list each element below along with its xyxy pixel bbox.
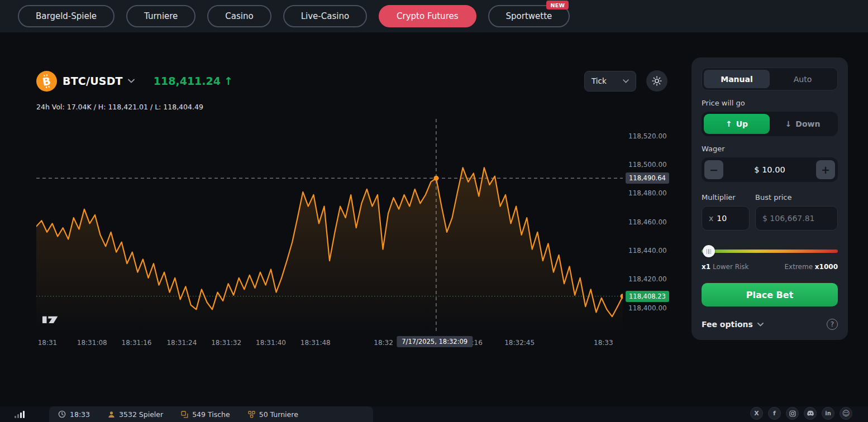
- discord-icon[interactable]: [804, 407, 817, 420]
- wager-decrease-button[interactable]: −: [704, 160, 723, 179]
- risk-labels: x1 Lower Risk Extreme x1000: [702, 263, 838, 271]
- clock-icon: [58, 410, 66, 418]
- tab-auto[interactable]: Auto: [770, 70, 836, 88]
- chart-section: B BTC/USDT 118,411.24 ↑ Tick: [36, 68, 667, 334]
- nav-item-bargeld-spiele[interactable]: Bargeld-Spiele: [18, 5, 115, 27]
- nav-item-label: Sportwette: [506, 11, 552, 21]
- tournaments-count: 50 Turniere: [259, 410, 298, 419]
- instagram-icon[interactable]: [786, 407, 799, 420]
- place-bet-button[interactable]: Place Bet: [702, 283, 838, 306]
- wager-stepper: − $ 10.00 +: [702, 157, 838, 182]
- smiley-icon[interactable]: ☺: [840, 407, 852, 420]
- interval-select[interactable]: Tick: [584, 71, 636, 92]
- mode-tabs: Manual Auto: [702, 68, 838, 90]
- risk-slider[interactable]: [702, 245, 838, 257]
- interval-select-value: Tick: [592, 76, 607, 85]
- x-axis-tick: 18:33: [594, 339, 613, 347]
- multiplier-input[interactable]: x 10: [702, 206, 750, 231]
- chevron-down-icon: [128, 79, 135, 83]
- current-price: 118,411.24 ↑: [154, 75, 233, 87]
- tables-icon: [181, 411, 188, 418]
- y-axis-tick: 118,420.00: [628, 275, 667, 283]
- y-axis-tick: 118,400.00: [628, 304, 667, 312]
- bust-price-input[interactable]: $ 106,667.81: [755, 206, 838, 231]
- x-axis-tick: 18:32: [374, 339, 393, 347]
- tournaments-item: 50 Turniere: [248, 410, 298, 419]
- last-price-badge: 118,408.23: [626, 291, 669, 302]
- x-axis-tick: 18:31:32: [211, 339, 241, 347]
- nav-item-live-casino[interactable]: Live-Casino: [283, 5, 367, 27]
- gear-icon: [651, 75, 662, 87]
- pair-selector[interactable]: BTC/USDT: [63, 75, 135, 87]
- tab-manual[interactable]: Manual: [704, 70, 770, 88]
- y-axis-tick: 118,440.00: [628, 247, 667, 255]
- up-arrow-icon: ↑: [726, 119, 732, 128]
- risk-max-value: x1000: [815, 263, 838, 271]
- down-button-label: Down: [795, 119, 820, 128]
- multiplier-value: 10: [717, 214, 727, 223]
- fee-options-toggle[interactable]: Fee options: [702, 320, 764, 329]
- new-badge: NEW: [546, 1, 569, 9]
- linkedin-icon[interactable]: in: [822, 407, 834, 420]
- status-bar: 18:33 3532 Spieler 549 Tische 50 Turnier…: [49, 406, 373, 422]
- tradingview-logo-icon[interactable]: [42, 313, 61, 326]
- social-links: X f in ☺: [750, 407, 852, 420]
- trade-panel: Manual Auto Price will go ↑ Up ↓ Down Wa…: [691, 57, 848, 340]
- risk-slider-thumb[interactable]: [703, 245, 715, 257]
- risk-slider-track[interactable]: [702, 250, 838, 253]
- tournaments-icon: [248, 411, 255, 418]
- players-count: 3532 Spieler: [119, 410, 163, 419]
- wager-label: Wager: [702, 145, 838, 153]
- x-axis-tick: 18:31: [38, 339, 58, 347]
- pair-title: BTC/USDT: [63, 75, 123, 87]
- fee-options-label: Fee options: [702, 320, 753, 329]
- x-axis-tick: 18:32:45: [504, 339, 535, 347]
- chart-canvas[interactable]: [36, 119, 623, 334]
- chart-header: B BTC/USDT 118,411.24 ↑ Tick: [36, 68, 667, 94]
- facebook-icon[interactable]: f: [768, 407, 781, 420]
- crosshair-time-tooltip: 7/17/2025, 18:32:09: [397, 336, 473, 347]
- chevron-down-icon: [757, 323, 764, 327]
- current-time: 18:33: [70, 410, 90, 419]
- x-axis-tick: 18:31:24: [166, 339, 197, 347]
- nav-item-turniere[interactable]: Turniere: [126, 5, 195, 27]
- price-chart[interactable]: 118,520.00 118,500.00 118,480.00 118,460…: [36, 119, 623, 334]
- settings-button[interactable]: [646, 70, 667, 92]
- up-button[interactable]: ↑ Up: [704, 114, 770, 134]
- players-item: 3532 Spieler: [108, 410, 163, 419]
- crosshair-point: [433, 176, 438, 181]
- help-icon[interactable]: ?: [827, 319, 838, 330]
- multiplier-label: Multiplier: [702, 193, 755, 202]
- x-axis-tick: 18:31:08: [77, 339, 107, 347]
- chevron-down-icon: [623, 79, 629, 83]
- x-axis-tick: 18:31:40: [256, 339, 286, 347]
- x-axis-tick: 18:31:48: [301, 339, 331, 347]
- top-navigation: Bargeld-Spiele Turniere Casino Live-Casi…: [0, 0, 868, 32]
- direction-toggle: ↑ Up ↓ Down: [702, 112, 838, 136]
- y-axis-tick: 118,460.00: [628, 218, 667, 226]
- crosshair-price-badge: 118,490.64: [626, 172, 669, 184]
- down-button[interactable]: ↓ Down: [770, 114, 836, 134]
- nav-item-sportwette[interactable]: Sportwette NEW: [488, 5, 570, 27]
- svg-text:B: B: [41, 74, 51, 88]
- time-axis: 18:31 18:31:08 18:31:16 18:31:24 18:31:3…: [36, 334, 623, 349]
- y-axis-tick: 118,500.00: [628, 161, 667, 169]
- wager-value[interactable]: $ 10.00: [723, 165, 816, 174]
- chart-stats: 24h Vol: 17.04K / H: 118,421.01 / L: 118…: [36, 103, 667, 111]
- x-axis-tick: 18:31:16: [122, 339, 152, 347]
- risk-min-label: Lower Risk: [713, 263, 749, 271]
- nav-item-crypto-futures[interactable]: Crypto Futures: [379, 5, 476, 27]
- down-arrow-icon: ↓: [785, 119, 792, 128]
- players-icon: [108, 411, 115, 418]
- price-axis: 118,520.00 118,500.00 118,480.00 118,460…: [623, 119, 667, 334]
- tables-count: 549 Tische: [192, 410, 230, 419]
- nav-item-casino[interactable]: Casino: [207, 5, 271, 27]
- price-value: 118,411.24: [154, 75, 221, 87]
- risk-max-label: Extreme: [785, 263, 813, 271]
- up-button-label: Up: [736, 119, 748, 128]
- wager-increase-button[interactable]: +: [816, 160, 835, 179]
- y-axis-tick: 118,520.00: [628, 132, 667, 140]
- x-twitter-icon[interactable]: X: [750, 407, 763, 420]
- risk-min-value: x1: [702, 263, 710, 271]
- price-will-go-label: Price will go: [702, 99, 838, 107]
